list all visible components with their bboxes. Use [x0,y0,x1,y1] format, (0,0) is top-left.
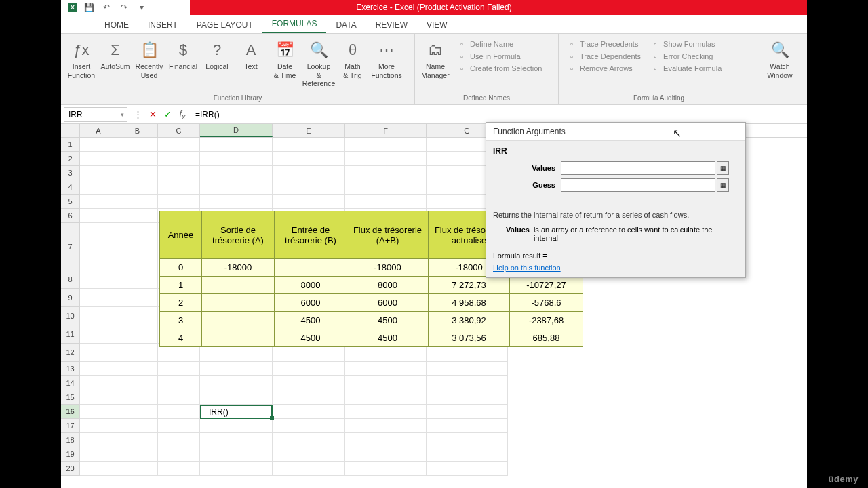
row-header-1[interactable]: 1 [61,138,80,152]
qat-dropdown-icon[interactable]: ▾ [136,1,148,14]
fn-math-trig-button[interactable]: θMath& Trig [336,37,369,93]
cell-A6[interactable] [80,209,117,223]
table-cell[interactable] [202,294,275,312]
fn-autosum-button[interactable]: ΣAutoSum [99,37,132,93]
cell-F14[interactable] [345,376,427,390]
table-cell[interactable]: 3 380,92 [429,312,510,329]
cell-E13[interactable] [273,362,345,376]
fn-recently-used-button[interactable]: 📋RecentlyUsed [133,37,165,93]
row-header-5[interactable]: 5 [61,195,80,209]
table-cell[interactable] [202,329,275,347]
cell-E17[interactable] [273,419,345,433]
cell-A12[interactable] [80,344,117,362]
cell-A8[interactable] [80,270,117,289]
cell-B18[interactable] [117,433,158,447]
cell-E20[interactable] [273,462,345,476]
fn-insert-function-button[interactable]: ƒxInsertFunction [65,37,98,93]
range-picker-icon[interactable]: ▦ [717,161,729,175]
cell-D4[interactable] [200,180,273,195]
formula-input[interactable] [190,107,807,122]
table-cell[interactable] [202,312,275,329]
table-cell[interactable]: -5768,6 [510,294,583,312]
table-cell[interactable]: 4500 [347,312,429,329]
cell-A15[interactable] [80,390,117,405]
row-header-9[interactable]: 9 [61,289,80,307]
tab-data[interactable]: DATA [326,17,366,33]
cell-D14[interactable] [200,376,273,390]
cell-F17[interactable] [345,419,427,433]
tab-review[interactable]: REVIEW [366,17,417,33]
cell-A19[interactable] [80,447,117,462]
table-cell[interactable]: 7 272,73 [429,277,510,294]
cell-A13[interactable] [80,362,117,376]
row-header-17[interactable]: 17 [61,419,80,433]
row-header-12[interactable]: 12 [61,344,80,362]
cell-A14[interactable] [80,376,117,390]
fn-logical-button[interactable]: ?Logical [201,37,233,93]
row-header-7[interactable]: 7 [61,223,80,270]
cell-A7[interactable] [80,223,117,270]
cell-D1[interactable] [200,138,273,152]
table-cell[interactable]: 8000 [347,277,429,294]
table-cell[interactable]: 3 073,56 [429,329,510,347]
cell-E5[interactable] [273,195,345,209]
cell-B13[interactable] [117,362,158,376]
row-header-19[interactable]: 19 [61,447,80,462]
cell-E3[interactable] [273,166,345,180]
col-header-C[interactable]: C [158,124,200,137]
cell-A9[interactable] [80,289,117,307]
cell-A11[interactable] [80,325,117,344]
tab-insert[interactable]: INSERT [138,17,187,33]
table-cell[interactable]: 1 [160,277,202,294]
col-header-B[interactable]: B [117,124,158,137]
row-header-4[interactable]: 4 [61,180,80,195]
cell-D5[interactable] [200,195,273,209]
cell-F5[interactable] [345,195,427,209]
tab-home[interactable]: HOME [95,17,138,33]
table-cell[interactable]: 4 958,68 [429,294,510,312]
cell-C18[interactable] [158,433,200,447]
cell-E16[interactable] [273,405,345,419]
cell-D3[interactable] [200,166,273,180]
fx-icon[interactable]: fx [175,107,190,122]
cell-A10[interactable] [80,307,117,325]
row-header-14[interactable]: 14 [61,376,80,390]
row-header-10[interactable]: 10 [61,307,80,325]
cell-F16[interactable] [345,405,427,419]
table-cell[interactable]: 4 [160,329,202,347]
cell-F2[interactable] [345,152,427,166]
name-box[interactable]: IRR [64,107,127,122]
row-header-15[interactable]: 15 [61,390,80,405]
cell-E19[interactable] [273,447,345,462]
range-picker-icon[interactable]: ▦ [717,178,729,192]
cell-B4[interactable] [117,180,158,195]
cell-G14[interactable] [427,376,508,390]
cell-C13[interactable] [158,362,200,376]
fn-date-time-button[interactable]: 📅Date& Time [269,37,301,93]
function-arguments-dialog[interactable]: Function Arguments IRR Values ▦ = Guess … [486,122,746,278]
table-cell[interactable]: -18000 [347,259,429,277]
cell-B12[interactable] [117,344,158,362]
table-cell[interactable]: 6000 [347,294,429,312]
table-cell[interactable] [202,277,275,294]
cell-D13[interactable] [200,362,273,376]
cell-B8[interactable] [117,270,158,289]
table-cell[interactable]: 2 [160,294,202,312]
cell-B17[interactable] [117,419,158,433]
cell-B19[interactable] [117,447,158,462]
row-header-8[interactable]: 8 [61,270,80,289]
table-cell[interactable]: 8000 [275,277,347,294]
cell-D17[interactable] [200,419,273,433]
cell-G19[interactable] [427,447,508,462]
row-header-13[interactable]: 13 [61,362,80,376]
cell-C19[interactable] [158,447,200,462]
cell-A16[interactable] [80,405,117,419]
col-header-E[interactable]: E [273,124,345,137]
col-header-A[interactable]: A [80,124,117,137]
cell-E1[interactable] [273,138,345,152]
cell-D15[interactable] [200,390,273,405]
cell-D20[interactable] [200,462,273,476]
cell-B9[interactable] [117,289,158,307]
help-link[interactable]: Help on this function [493,264,561,272]
error-checking-button[interactable]: ▫Error Checking [650,52,722,61]
